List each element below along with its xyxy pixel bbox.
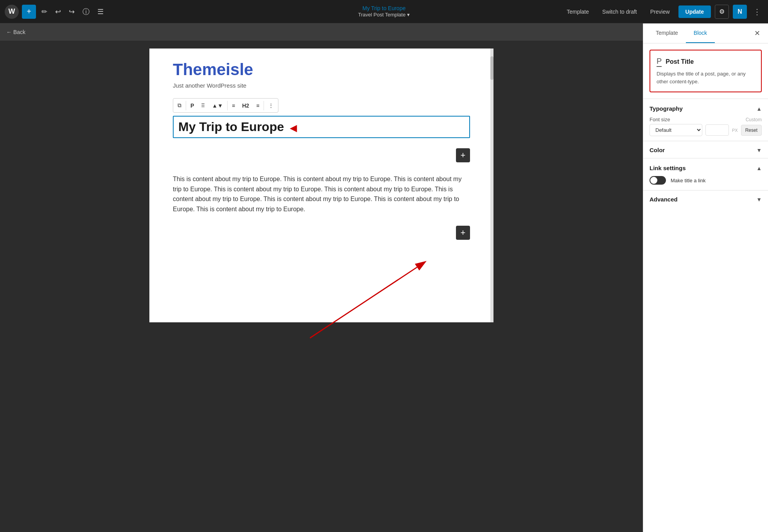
typography-chevron: ▲ [756,106,762,112]
document-title[interactable]: My Trip to Europe [362,5,406,12]
block-tool-more[interactable]: ⋮ [266,101,276,111]
block-tool-align[interactable]: ≡ [229,101,238,111]
info-button[interactable]: ⓘ [80,5,92,19]
color-section-title: Color [650,147,665,153]
editor-canvas-wrapper[interactable]: Themeisle Just another WordPress site ⧉ … [0,41,643,532]
more-options-button[interactable]: ⋮ [751,5,763,19]
font-size-select[interactable]: Default [650,124,702,136]
scrollbar-track[interactable] [490,49,493,322]
add-block-button-top[interactable]: + [456,148,470,162]
n-plugin-button[interactable]: N [733,5,747,19]
toolbar-right: Template Switch to draft Preview Update … [562,5,763,19]
editor-topbar: ← Back [0,23,643,41]
undo-button[interactable]: ↩ [53,5,63,18]
px-label: PX [732,128,738,133]
font-size-input[interactable] [705,124,729,136]
block-tool-copy[interactable]: ⧉ [175,100,184,111]
link-settings-row: Make title a link [650,176,762,190]
editor-canvas: Themeisle Just another WordPress site ⧉ … [149,49,493,322]
site-tagline: Just another WordPress site [173,82,470,89]
redo-button[interactable]: ↪ [66,5,77,18]
typography-section-header[interactable]: Typography ▲ [650,99,762,117]
advanced-section-title: Advanced [650,196,678,203]
block-tool-move[interactable]: ▲▼ [209,101,226,111]
canvas-container: Themeisle Just another WordPress site ⧉ … [149,49,493,524]
scrollbar-thumb [490,56,493,80]
site-logo: Themeisle [173,60,470,79]
right-panel: Template Block ✕ P Post Title Displays t… [643,23,768,532]
tab-template[interactable]: Template [648,23,686,43]
panel-close-button[interactable]: ✕ [751,26,763,41]
content-area: This is content about my trip to Europe.… [173,174,470,214]
toolbar-center: My Trip to Europe Travel Post Template ▾ [358,5,410,18]
add-block-area-top: + [173,144,470,166]
block-tool-drag[interactable]: ⠿ [198,101,208,111]
add-block-toolbar-button[interactable]: + [22,5,36,19]
block-toolbar: ⧉ P ⠿ ▲▼ ≡ H2 ≡ ⋮ [173,98,278,113]
tab-block[interactable]: Block [686,23,715,43]
block-tool-align2[interactable]: ≡ [253,101,262,111]
make-link-toggle[interactable] [650,176,666,185]
block-tool-h2[interactable]: H2 [239,101,252,111]
toggle-knob [650,177,657,184]
toolbar-divider-3 [264,101,264,110]
toolbar-left: W + ✏ ↩ ↪ ⓘ ☰ [5,5,106,19]
reset-button[interactable]: Reset [741,125,762,136]
typography-section: Typography ▲ Font size Custom Default PX… [643,99,768,141]
update-button[interactable]: Update [678,5,711,18]
toolbar-divider-1 [186,101,186,110]
back-button[interactable]: ← Back [6,29,25,35]
font-size-custom-label: Custom [746,117,762,122]
link-settings-title: Link settings [650,165,686,171]
link-settings-chevron: ▲ [756,165,762,171]
post-title-block[interactable]: My Trip to Europe ◀ [173,116,470,138]
main-layout: ← Back Themeisle Just another WordPress … [0,23,768,532]
main-toolbar: W + ✏ ↩ ↪ ⓘ ☰ My Trip to Europe Travel P… [0,0,768,23]
toolbar-divider-2 [227,101,228,110]
advanced-section: Advanced ▼ [643,191,768,208]
font-size-label: Font size [650,117,746,122]
document-subtitle: Travel Post Template ▾ [358,12,410,18]
block-tool-paragraph[interactable]: P [188,101,197,111]
link-settings-section: Link settings ▲ Make title a link [643,158,768,190]
wp-logo[interactable]: W [5,5,19,19]
color-chevron: ▼ [756,147,762,153]
add-block-button-bottom[interactable]: + [456,226,470,240]
post-title-card-label: Post Title [666,58,694,65]
switch-to-draft-button[interactable]: Template [562,6,594,17]
post-title-block-icon: P [657,57,662,67]
switch-to-draft-button2[interactable]: Switch to draft [598,6,642,17]
post-title-card: P Post Title Displays the title of a pos… [650,50,762,92]
add-block-area-bottom: + [173,222,470,244]
font-size-controls: Default PX Reset [650,124,762,136]
list-view-button[interactable]: ☰ [95,5,106,18]
settings-gear-button[interactable]: ⚙ [715,5,729,19]
font-size-row-top: Font size Custom [650,117,762,122]
panel-tabs: Template Block ✕ [643,23,768,43]
typography-section-title: Typography [650,105,683,112]
make-link-label: Make title a link [671,178,706,183]
color-section-header[interactable]: Color ▼ [650,141,762,158]
edit-icon-button[interactable]: ✏ [39,5,50,18]
subtitle-chevron[interactable]: ▾ [407,12,410,18]
advanced-section-header[interactable]: Advanced ▼ [650,191,762,208]
post-title-card-header: P Post Title [657,57,755,67]
preview-button[interactable]: Preview [646,6,675,17]
advanced-chevron: ▼ [756,196,762,203]
editor-area: ← Back Themeisle Just another WordPress … [0,23,643,532]
post-title-card-desc: Displays the title of a post, page, or a… [657,70,755,85]
post-title-text: My Trip to Europe [178,120,284,134]
color-section: Color ▼ [643,141,768,158]
content-paragraph: This is content about my trip to Europe.… [173,174,470,214]
arrow-right-indicator: ◀ [290,122,297,133]
link-settings-header[interactable]: Link settings ▲ [650,158,762,176]
